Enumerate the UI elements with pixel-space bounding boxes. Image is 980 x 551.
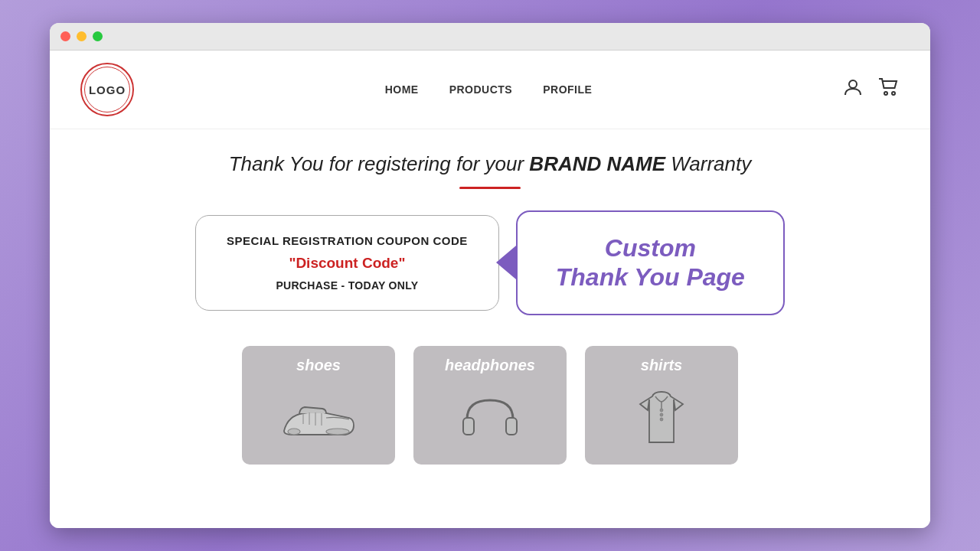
title-divider <box>459 187 521 189</box>
main-body: Thank You for registering for your BRAND… <box>50 129 930 528</box>
product-card-headphones[interactable]: headphones <box>413 346 567 465</box>
product-card-shoes[interactable]: shoes <box>242 346 395 465</box>
thank-you-suffix: Warranty <box>665 152 751 175</box>
svg-point-0 <box>849 80 857 88</box>
browser-titlebar <box>50 23 930 51</box>
svg-point-1 <box>884 92 887 95</box>
nav-products[interactable]: PRODUCTS <box>449 83 513 96</box>
shirt-icon <box>629 382 694 457</box>
product-label-shirts: shirts <box>641 357 682 374</box>
coupon-footer: PURCHASE - TODAY ONLY <box>227 279 468 292</box>
browser-window: LOGO HOME PRODUCTS PROFILE <box>50 23 930 528</box>
cart-icon[interactable] <box>878 78 900 101</box>
custom-label-box: Custom Thank You Page <box>516 210 785 315</box>
coupon-title: SPECIAL REGISTRATION COUPON CODE <box>227 234 468 247</box>
svg-point-3 <box>288 429 300 435</box>
coupon-box: SPECIAL REGISTRATION COUPON CODE "Discou… <box>195 215 499 311</box>
nav-home[interactable]: HOME <box>385 83 419 96</box>
arrow-triangle <box>496 246 516 279</box>
thank-you-prefix: Thank You for registering for your <box>229 152 530 175</box>
product-card-shirts[interactable]: shirts <box>585 346 738 465</box>
traffic-light-red[interactable] <box>60 31 70 41</box>
nav-profile[interactable]: PROFILE <box>543 83 592 96</box>
user-icon[interactable] <box>843 77 863 102</box>
custom-label-line2: Thank You Page <box>556 263 745 291</box>
svg-point-8 <box>660 414 662 416</box>
product-cards: shoes <box>242 346 738 465</box>
traffic-light-green[interactable] <box>93 31 103 41</box>
svg-point-2 <box>892 92 895 95</box>
svg-rect-6 <box>506 418 517 435</box>
coupon-code: "Discount Code" <box>227 255 468 272</box>
offer-row: SPECIAL REGISTRATION COUPON CODE "Discou… <box>195 210 785 315</box>
logo[interactable]: LOGO <box>80 63 134 116</box>
svg-point-7 <box>660 409 662 412</box>
logo-text: LOGO <box>89 83 126 96</box>
traffic-light-yellow[interactable] <box>77 31 87 41</box>
nav-icons <box>843 77 900 102</box>
svg-point-9 <box>660 419 662 421</box>
headphones-icon <box>459 382 521 457</box>
navbar: LOGO HOME PRODUCTS PROFILE <box>50 51 930 129</box>
page-content: LOGO HOME PRODUCTS PROFILE <box>50 51 930 528</box>
shoe-icon <box>280 382 357 457</box>
product-label-shoes: shoes <box>296 357 341 374</box>
product-label-headphones: headphones <box>445 357 535 374</box>
brand-name: BRAND NAME <box>529 152 665 175</box>
svg-point-4 <box>326 429 349 435</box>
nav-links: HOME PRODUCTS PROFILE <box>385 83 593 96</box>
arrow-label: Custom Thank You Page <box>496 210 785 315</box>
custom-label-text: Custom Thank You Page <box>556 233 745 292</box>
svg-rect-5 <box>463 418 474 435</box>
thank-you-title: Thank You for registering for your BRAND… <box>229 152 752 176</box>
custom-label-line1: Custom <box>605 234 696 262</box>
